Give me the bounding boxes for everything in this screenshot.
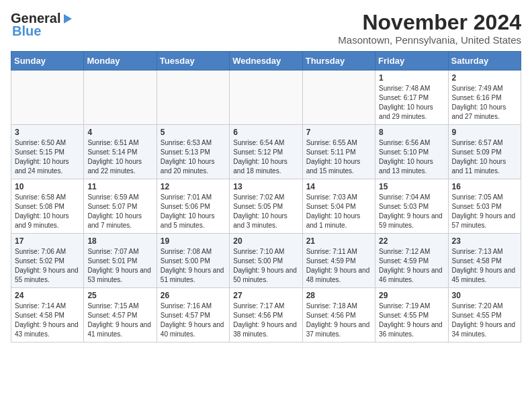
day-info: Sunrise: 7:04 AMSunset: 5:03 PMDaylight:… (379, 193, 444, 230)
calendar-cell: 12Sunrise: 7:01 AMSunset: 5:06 PMDayligh… (157, 179, 229, 234)
calendar-cell: 16Sunrise: 7:05 AMSunset: 5:03 PMDayligh… (448, 179, 521, 234)
day-info: Sunrise: 6:53 AMSunset: 5:13 PMDaylight:… (161, 138, 226, 176)
day-info: Sunrise: 7:15 AMSunset: 4:57 PMDaylight:… (87, 302, 152, 339)
day-info: Sunrise: 7:12 AMSunset: 4:59 PMDaylight:… (379, 247, 444, 285)
day-number: 12 (161, 182, 226, 191)
day-number: 5 (161, 128, 226, 137)
calendar-cell: 15Sunrise: 7:04 AMSunset: 5:03 PMDayligh… (375, 179, 448, 234)
day-info: Sunrise: 7:18 AMSunset: 4:56 PMDaylight:… (306, 302, 371, 339)
day-info: Sunrise: 7:19 AMSunset: 4:55 PMDaylight:… (379, 302, 444, 339)
day-number: 27 (233, 291, 298, 300)
svg-marker-0 (64, 14, 72, 24)
calendar-cell: 1Sunrise: 7:48 AMSunset: 6:17 PMDaylight… (375, 71, 448, 125)
calendar-cell (230, 71, 302, 125)
day-number: 2 (452, 73, 517, 83)
day-number: 17 (15, 236, 80, 246)
calendar-week-row: 10Sunrise: 6:58 AMSunset: 5:08 PMDayligh… (11, 179, 521, 234)
calendar-week-row: 17Sunrise: 7:06 AMSunset: 5:02 PMDayligh… (11, 234, 521, 288)
calendar-header-thursday: Thursday (302, 52, 375, 71)
calendar-header-row: SundayMondayTuesdayWednesdayThursdayFrid… (11, 52, 521, 71)
day-info: Sunrise: 6:56 AMSunset: 5:10 PMDaylight:… (379, 138, 444, 176)
calendar-cell: 23Sunrise: 7:13 AMSunset: 4:58 PMDayligh… (448, 234, 521, 288)
day-number: 9 (452, 128, 517, 137)
calendar-cell: 24Sunrise: 7:14 AMSunset: 4:58 PMDayligh… (11, 288, 84, 342)
logo-blue-text: Blue (12, 24, 41, 39)
day-info: Sunrise: 7:16 AMSunset: 4:57 PMDaylight:… (161, 302, 226, 339)
day-info: Sunrise: 6:59 AMSunset: 5:07 PMDaylight:… (87, 193, 152, 230)
calendar-cell: 17Sunrise: 7:06 AMSunset: 5:02 PMDayligh… (11, 234, 84, 288)
day-number: 3 (15, 128, 80, 137)
calendar-cell: 20Sunrise: 7:10 AMSunset: 5:00 PMDayligh… (230, 234, 302, 288)
calendar-cell: 21Sunrise: 7:11 AMSunset: 4:59 PMDayligh… (302, 234, 375, 288)
calendar-cell: 3Sunrise: 6:50 AMSunset: 5:15 PMDaylight… (11, 125, 84, 179)
day-info: Sunrise: 7:20 AMSunset: 4:55 PMDaylight:… (452, 302, 517, 339)
day-number: 21 (306, 236, 371, 246)
page-header: General Blue November 2024 Masontown, Pe… (11, 11, 521, 46)
calendar-cell: 30Sunrise: 7:20 AMSunset: 4:55 PMDayligh… (448, 288, 521, 342)
day-number: 13 (233, 182, 298, 191)
calendar-cell: 14Sunrise: 7:03 AMSunset: 5:04 PMDayligh… (302, 179, 375, 234)
calendar-table: SundayMondayTuesdayWednesdayThursdayFrid… (11, 51, 521, 342)
calendar-cell: 29Sunrise: 7:19 AMSunset: 4:55 PMDayligh… (375, 288, 448, 342)
day-info: Sunrise: 7:05 AMSunset: 5:03 PMDaylight:… (452, 193, 517, 230)
day-number: 30 (452, 291, 517, 300)
calendar-cell (84, 71, 157, 125)
calendar-cell: 22Sunrise: 7:12 AMSunset: 4:59 PMDayligh… (375, 234, 448, 288)
logo-arrow-icon (61, 12, 75, 26)
day-number: 28 (306, 291, 371, 300)
day-info: Sunrise: 7:14 AMSunset: 4:58 PMDaylight:… (15, 302, 80, 339)
calendar-header-saturday: Saturday (448, 52, 521, 71)
calendar-cell: 10Sunrise: 6:58 AMSunset: 5:08 PMDayligh… (11, 179, 84, 234)
calendar-cell: 18Sunrise: 7:07 AMSunset: 5:01 PMDayligh… (84, 234, 157, 288)
calendar-header-wednesday: Wednesday (230, 52, 302, 71)
day-info: Sunrise: 6:55 AMSunset: 5:11 PMDaylight:… (306, 138, 371, 176)
day-number: 14 (306, 182, 371, 191)
calendar-cell: 2Sunrise: 7:49 AMSunset: 6:16 PMDaylight… (448, 71, 521, 125)
day-info: Sunrise: 7:03 AMSunset: 5:04 PMDaylight:… (306, 193, 371, 230)
calendar-cell (11, 71, 84, 125)
calendar-week-row: 24Sunrise: 7:14 AMSunset: 4:58 PMDayligh… (11, 288, 521, 342)
calendar-cell: 19Sunrise: 7:08 AMSunset: 5:00 PMDayligh… (157, 234, 229, 288)
calendar-cell: 4Sunrise: 6:51 AMSunset: 5:14 PMDaylight… (84, 125, 157, 179)
calendar-header-friday: Friday (375, 52, 448, 71)
calendar-week-row: 3Sunrise: 6:50 AMSunset: 5:15 PMDaylight… (11, 125, 521, 179)
day-number: 24 (15, 291, 80, 300)
calendar-header-tuesday: Tuesday (157, 52, 229, 71)
calendar-cell: 8Sunrise: 6:56 AMSunset: 5:10 PMDaylight… (375, 125, 448, 179)
day-number: 4 (87, 128, 152, 137)
calendar-header-sunday: Sunday (11, 52, 84, 71)
day-number: 16 (452, 182, 517, 191)
day-number: 8 (379, 128, 444, 137)
day-info: Sunrise: 7:11 AMSunset: 4:59 PMDaylight:… (306, 247, 371, 285)
calendar-header-monday: Monday (84, 52, 157, 71)
day-info: Sunrise: 7:08 AMSunset: 5:00 PMDaylight:… (161, 247, 226, 285)
calendar-cell: 7Sunrise: 6:55 AMSunset: 5:11 PMDaylight… (302, 125, 375, 179)
day-number: 26 (161, 291, 226, 300)
day-number: 18 (87, 236, 152, 246)
day-number: 20 (233, 236, 298, 246)
day-number: 15 (379, 182, 444, 191)
logo: General Blue (11, 11, 75, 39)
day-number: 22 (379, 236, 444, 246)
calendar-week-row: 1Sunrise: 7:48 AMSunset: 6:17 PMDaylight… (11, 71, 521, 125)
day-info: Sunrise: 7:01 AMSunset: 5:06 PMDaylight:… (161, 193, 226, 230)
calendar-cell: 27Sunrise: 7:17 AMSunset: 4:56 PMDayligh… (230, 288, 302, 342)
day-number: 10 (15, 182, 80, 191)
day-info: Sunrise: 7:10 AMSunset: 5:00 PMDaylight:… (233, 247, 298, 285)
calendar-cell: 11Sunrise: 6:59 AMSunset: 5:07 PMDayligh… (84, 179, 157, 234)
day-info: Sunrise: 7:48 AMSunset: 6:17 PMDaylight:… (379, 84, 444, 122)
day-info: Sunrise: 6:50 AMSunset: 5:15 PMDaylight:… (15, 138, 80, 176)
page-subtitle: Masontown, Pennsylvania, United States (338, 34, 521, 46)
day-info: Sunrise: 6:58 AMSunset: 5:08 PMDaylight:… (15, 193, 80, 230)
day-number: 29 (379, 291, 444, 300)
calendar-cell (302, 71, 375, 125)
day-info: Sunrise: 6:54 AMSunset: 5:12 PMDaylight:… (233, 138, 298, 176)
calendar-cell: 26Sunrise: 7:16 AMSunset: 4:57 PMDayligh… (157, 288, 229, 342)
day-number: 19 (161, 236, 226, 246)
day-info: Sunrise: 7:02 AMSunset: 5:05 PMDaylight:… (233, 193, 298, 230)
page-title: November 2024 (338, 11, 521, 34)
day-info: Sunrise: 7:49 AMSunset: 6:16 PMDaylight:… (452, 84, 517, 122)
day-number: 1 (379, 73, 444, 83)
day-number: 7 (306, 128, 371, 137)
calendar-cell (157, 71, 229, 125)
